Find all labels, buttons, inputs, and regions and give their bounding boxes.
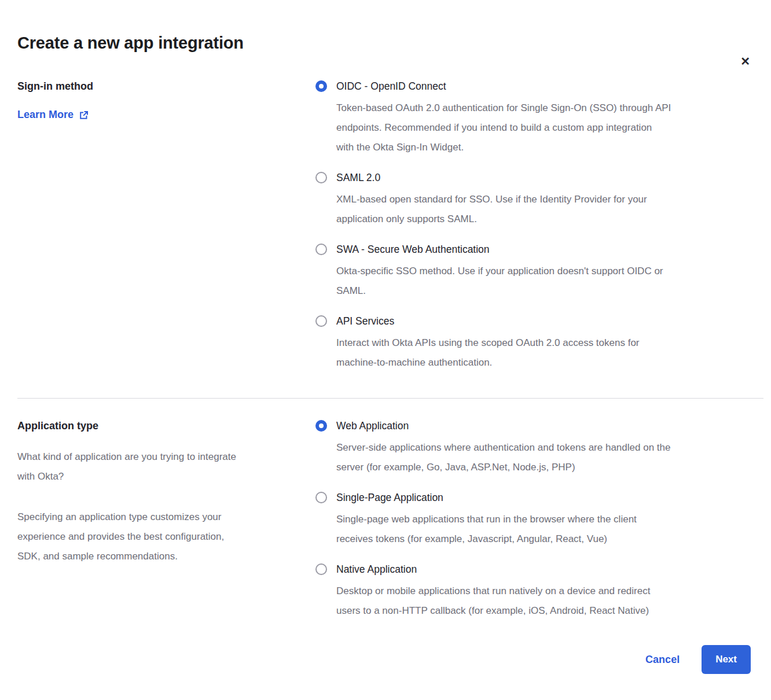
next-button[interactable]: Next bbox=[702, 645, 751, 674]
radio-icon[interactable] bbox=[315, 420, 327, 432]
radio-option-native-application[interactable]: Native Application Desktop or mobile app… bbox=[315, 562, 751, 621]
signin-method-label: Sign-in method bbox=[17, 79, 289, 94]
option-description: Server-side applications where authentic… bbox=[336, 438, 670, 477]
radio-icon[interactable] bbox=[315, 315, 327, 327]
radio-icon[interactable] bbox=[315, 563, 327, 575]
option-label: Single-Page Application bbox=[336, 490, 637, 505]
option-label: Web Application bbox=[336, 418, 670, 433]
signin-method-section: Sign-in method Learn More OIDC - OpenID … bbox=[17, 79, 751, 373]
radio-option-oidc[interactable]: OIDC - OpenID Connect Token-based OAuth … bbox=[315, 79, 751, 157]
learn-more-link[interactable]: Learn More bbox=[17, 109, 89, 121]
application-type-section: Application type What kind of applicatio… bbox=[17, 418, 751, 621]
option-description: XML-based open standard for SSO. Use if … bbox=[336, 190, 647, 229]
option-label: SWA - Secure Web Authentication bbox=[336, 242, 663, 257]
application-type-details: Specifying an application type customize… bbox=[17, 507, 289, 566]
radio-option-single-page-application[interactable]: Single-Page Application Single-page web … bbox=[315, 490, 751, 549]
option-description: Desktop or mobile applications that run … bbox=[336, 581, 650, 621]
section-divider bbox=[17, 398, 763, 399]
radio-icon[interactable] bbox=[315, 172, 327, 183]
option-label: Native Application bbox=[336, 562, 650, 577]
radio-option-web-application[interactable]: Web Application Server-side applications… bbox=[315, 418, 751, 477]
option-label: OIDC - OpenID Connect bbox=[336, 79, 671, 94]
option-label: SAML 2.0 bbox=[336, 170, 647, 185]
option-description: Single-page web applications that run in… bbox=[336, 510, 637, 549]
radio-icon[interactable] bbox=[315, 80, 327, 92]
external-link-icon bbox=[79, 110, 89, 120]
application-type-label: Application type bbox=[17, 418, 289, 433]
radio-icon[interactable] bbox=[315, 244, 327, 255]
footer-actions: Cancel Next bbox=[17, 645, 751, 674]
option-label: API Services bbox=[336, 314, 640, 329]
learn-more-label: Learn More bbox=[17, 109, 74, 121]
cancel-button[interactable]: Cancel bbox=[645, 654, 680, 666]
radio-icon[interactable] bbox=[315, 492, 327, 503]
option-description: Token-based OAuth 2.0 authentication for… bbox=[336, 98, 671, 157]
application-type-intro: What kind of application are you trying … bbox=[17, 447, 289, 487]
radio-option-saml[interactable]: SAML 2.0 XML-based open standard for SSO… bbox=[315, 170, 751, 229]
create-app-integration-modal: ✕ Create a new app integration Sign-in m… bbox=[0, 32, 771, 700]
page-title: Create a new app integration bbox=[17, 32, 751, 53]
option-description: Interact with Okta APIs using the scoped… bbox=[336, 333, 640, 373]
radio-option-api-services[interactable]: API Services Interact with Okta APIs usi… bbox=[315, 314, 751, 373]
radio-option-swa[interactable]: SWA - Secure Web Authentication Okta-spe… bbox=[315, 242, 751, 301]
close-icon[interactable]: ✕ bbox=[739, 54, 751, 68]
option-description: Okta-specific SSO method. Use if your ap… bbox=[336, 261, 663, 301]
